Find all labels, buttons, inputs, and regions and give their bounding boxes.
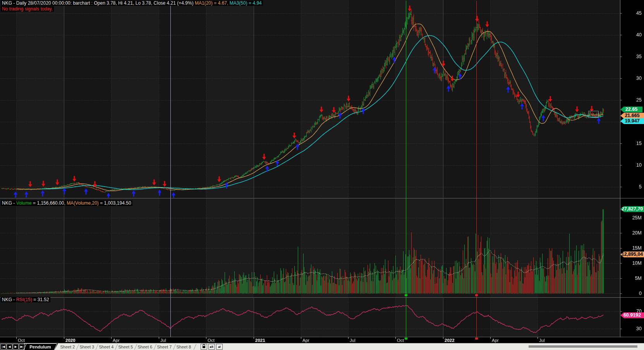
volume-title-symbol: NKG - — [2, 200, 16, 206]
lock-scroll-button[interactable] — [201, 344, 207, 350]
x-axis-label: 2022 — [445, 338, 455, 343]
x-axis-label: 2021 — [255, 338, 265, 343]
x-axis-label: Jul — [160, 338, 166, 343]
price-title-ma1: MA1(20) = 4.67, — [195, 0, 228, 6]
next-sheet-button[interactable]: ▶ — [13, 344, 19, 350]
x-axis-label: Jul — [539, 338, 545, 343]
scale-i-button[interactable]: ▴I — [216, 344, 223, 350]
rsi-title-value: = 31.52 — [32, 297, 49, 302]
chart-canvas[interactable] — [0, 0, 644, 343]
no-signals-message: No trading signals today. — [1, 6, 54, 12]
price-panel-title: NKG - Daily 28/07/2020 00:00:00: barchar… — [1, 0, 263, 6]
x-axis-label: Apr — [492, 338, 499, 343]
sheet-tab-bar: |◀ ◀ ▶ ▶| Pendulum Sheet 2 Sheet 3 Sheet… — [0, 343, 644, 350]
rsi-title-rsi: RSI(15) — [16, 297, 32, 302]
chart-application-window: NKG - Daily 28/07/2020 00:00:00: barchar… — [0, 0, 644, 350]
tab-sheet-2[interactable]: Sheet 2 — [58, 343, 77, 350]
tab-sheet-7[interactable]: Sheet 7 — [155, 343, 174, 350]
volume-title-ma: MA(Volume,20) — [67, 200, 99, 206]
previous-sheet-button[interactable]: ◀ — [7, 344, 12, 350]
price-title-ohlc: NKG - Daily 28/07/2020 00:00:00: barchar… — [2, 0, 195, 6]
volume-title-volume: Volume — [16, 200, 32, 206]
price-axis-tick-label: 45 — [622, 10, 642, 16]
x-axis-label: 2020 — [65, 338, 76, 343]
no-signals-text: No trading signals today. — [2, 6, 53, 12]
x-axis-label: Oct — [208, 338, 215, 343]
price-title-ma3: MA3(50) = 4.94 — [228, 0, 261, 6]
price-last-value-tag: 22.65 — [620, 107, 642, 112]
x-axis-label: Apr — [113, 338, 120, 343]
rsi-axis-tick-label: 30 — [622, 326, 642, 331]
price-axis-tick-label: 35 — [622, 54, 642, 59]
volume-axis-tick-label: 0 — [622, 291, 642, 296]
x-axis-label: Apr — [302, 338, 309, 343]
horizontal-scrollbar-thumb[interactable] — [529, 345, 637, 348]
tab-sheet-4[interactable]: Sheet 4 — [97, 343, 116, 350]
price-axis-tick-label: 40 — [622, 32, 642, 38]
x-axis-label: Jul — [350, 338, 355, 343]
tab-sheet-6[interactable]: Sheet 6 — [136, 343, 155, 350]
tab-sheet-8[interactable]: Sheet 8 — [174, 343, 193, 350]
first-sheet-button[interactable]: |◀ — [0, 344, 6, 350]
price-last-value-tag: 21.665 — [620, 113, 644, 119]
tab-pendulum-active[interactable]: Pendulum — [26, 344, 55, 350]
volume-axis-tick-label: 20M — [622, 230, 642, 236]
rsi-panel-title: NKG - RSI(15) = 31.52 — [1, 297, 50, 302]
volume-last-value-tag: 12,895,04 — [620, 252, 644, 257]
tab-sheet-3[interactable]: Sheet 3 — [77, 343, 96, 350]
volume-axis-tick-label: 25M — [622, 215, 642, 221]
price-last-value-tag: 19.947 — [620, 118, 644, 124]
scale-s-button[interactable]: ▴S — [208, 344, 215, 350]
volume-axis-tick-label: 5M — [622, 276, 642, 281]
rsi-title-symbol: NKG - — [2, 297, 16, 302]
volume-axis-tick-label: 15M — [622, 245, 642, 251]
tab-divider — [194, 344, 196, 350]
rsi-last-value-tag: 60.9192 — [620, 312, 644, 318]
lock-icon — [202, 344, 206, 348]
volume-panel-title: NKG - Volume = 1,156,660.00, MA(Volume,2… — [1, 200, 132, 206]
tab-sheet-5[interactable]: Sheet 5 — [116, 343, 135, 350]
x-axis-label: Oct — [397, 338, 404, 343]
volume-last-value-tag: 27,827,70 — [620, 206, 644, 212]
price-axis-tick-label: 15 — [622, 141, 642, 146]
price-axis-tick-label: 5 — [622, 184, 642, 190]
volume-title-ma-value: = 1,003,194.50 — [99, 200, 131, 206]
x-axis-label: Oct — [18, 338, 25, 343]
volume-axis-tick-label: 10M — [622, 260, 642, 266]
volume-title-value: = 1,156,660.00, — [32, 200, 67, 206]
price-axis-tick-label: 25 — [622, 97, 642, 103]
price-axis-tick-label: 10 — [622, 162, 642, 168]
price-axis-tick-label: 30 — [622, 76, 642, 81]
